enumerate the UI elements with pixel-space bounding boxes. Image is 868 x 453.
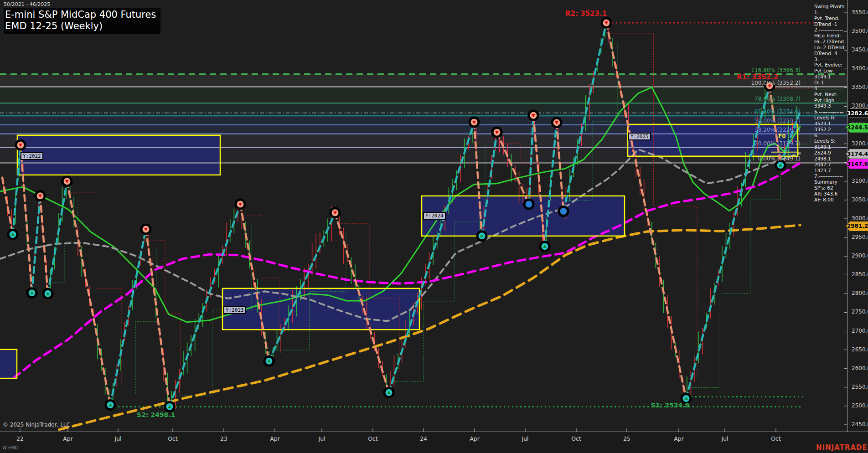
chart-window: 50/2021 - 46/2025 E-mini S&P MidCap 400 … [0,0,868,453]
time-axis-label: Apr [63,435,73,442]
time-axis-label: 22 [16,435,24,442]
time-axis-label: Oct [368,435,378,442]
pivot-marker[interactable] [601,17,612,29]
price-axis-label: 3550.0 [852,9,868,15]
pivot-marker[interactable] [775,160,786,171]
price-axis-label: 2800.0 [852,290,868,296]
time-axis-label: Jul [721,435,728,442]
price-axis-label: 3400.0 [852,65,868,72]
price-badge: 3282.6 [846,108,868,118]
year-range-fill [17,135,220,175]
time-axis-label: Apr [270,435,280,442]
price-axis-label: 2850.0 [852,271,868,278]
price-axis-label: 3100.0 [852,178,868,184]
price-axis-label: 2450.0 [852,421,868,427]
pivot-marker[interactable] [523,198,535,210]
year-range-fill [0,350,17,378]
pivot-marker[interactable] [764,80,775,92]
price-axis-label: 2550.0 [852,384,868,390]
pivot-marker[interactable] [491,127,503,138]
time-axis-label: Apr [674,435,684,442]
year-range-fill [628,124,798,156]
pivot-marker[interactable] [105,399,116,411]
pivot-marker[interactable] [7,229,19,240]
price-axis-label: 2900.0 [852,252,868,259]
fib-band [0,74,847,87]
price-badge: 2981.2 [846,221,868,231]
time-axis-label: Oct [571,435,581,442]
pivot-marker[interactable] [235,198,246,210]
time-axis-label: Oct [168,435,178,442]
pivot-marker[interactable] [539,241,551,252]
time-axis-label: Jul [522,435,528,442]
pivot-marker[interactable] [383,387,395,398]
price-axis-label: 3450.0 [852,46,868,53]
pivot-marker[interactable] [164,401,176,412]
time-axis-label: Jul [318,435,325,442]
pivot-marker[interactable] [469,116,480,128]
pivot-marker[interactable] [558,206,569,217]
price-axis-label: 3350.0 [852,84,868,90]
pivot-marker[interactable] [681,393,692,404]
price-axis-label: 3500.0 [852,28,868,34]
pivot-marker[interactable] [330,207,341,218]
price-badge: 3244.5 [846,123,868,133]
price-axis-label: 2500.0 [852,402,868,409]
time-axis-label: Apr [470,435,480,442]
price-axis-label: 2600.0 [852,365,868,371]
pivot-marker[interactable] [476,230,488,242]
pivot-marker[interactable] [264,355,275,367]
fib-band [0,87,847,103]
price-badge: 3147.6 [846,159,868,169]
time-axis-label: 24 [420,435,427,442]
pivot-marker[interactable] [42,288,54,299]
pivot-marker[interactable] [528,110,539,121]
pivot-marker[interactable] [551,117,563,128]
price-axis-label: 3050.0 [852,196,868,203]
price-axis-label: 2750.0 [852,309,868,315]
price-badge: 3174.4 [846,149,868,159]
pivot-marker[interactable] [26,287,38,299]
pivot-marker[interactable] [140,224,152,235]
price-axis-label: 3000.0 [852,215,868,221]
time-axis[interactable] [0,432,868,453]
time-axis-label: Jul [114,435,121,442]
pivot-marker[interactable] [15,139,26,151]
time-axis-label: Oct [771,435,781,442]
price-axis-label: 3200.0 [852,140,868,147]
fib-band [0,116,847,125]
pivot-marker[interactable] [35,190,46,201]
price-axis-label: 2650.0 [852,346,868,353]
time-axis-label: 25 [623,435,630,442]
fib-band [0,103,847,116]
chart-surface[interactable] [0,0,868,432]
price-axis-label: 2950.0 [852,234,868,240]
time-axis-label: 23 [220,435,227,442]
price-axis-label: 3300.0 [852,103,868,109]
pivot-marker[interactable] [62,175,73,187]
price-axis-label: 2700.0 [852,328,868,334]
